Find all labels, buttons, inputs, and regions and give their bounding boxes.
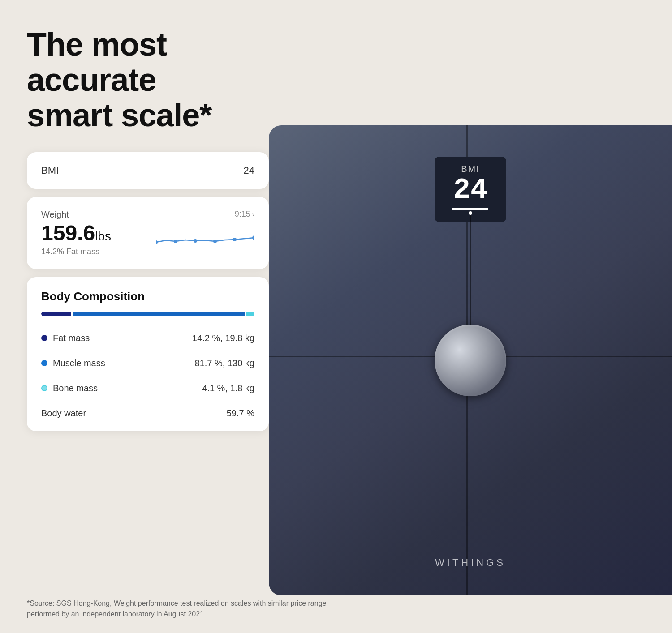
svg-point-1 [174, 240, 177, 243]
composition-progress-bar [41, 312, 254, 316]
weight-fat-mass: 14.2% Fat mass [41, 247, 111, 257]
muscle-mass-label: Muscle mass [53, 358, 105, 368]
scale-background: BMI 24 WITHINGS [269, 125, 672, 595]
svg-point-4 [233, 238, 237, 241]
muscle-mass-row: Muscle mass 81.7 %, 130 kg [41, 351, 254, 376]
muscle-mass-value: 81.7 %, 130 kg [195, 358, 254, 368]
progress-bone-segment [246, 312, 254, 316]
weight-chevron-icon: › [252, 210, 254, 218]
footnote: *Source: SGS Hong-Kong, Weight performan… [27, 598, 332, 620]
weight-time: 9:15 › [235, 210, 254, 219]
svg-point-0 [156, 240, 158, 244]
bmi-value: 24 [244, 165, 254, 176]
bone-mass-row: Bone mass 4.1 %, 1.8 kg [41, 376, 254, 401]
scale-device: BMI 24 WITHINGS [269, 125, 672, 595]
scale-bmi-label: BMI [447, 164, 494, 174]
svg-point-3 [213, 240, 217, 243]
scale-knob [435, 325, 506, 396]
sparkline-chart [156, 228, 254, 250]
scale-bmi-display: BMI 24 [435, 157, 506, 222]
fat-mass-label: Fat mass [53, 333, 90, 343]
weight-time-value: 9:15 [235, 210, 250, 219]
scale-bmi-dot [469, 211, 472, 215]
body-water-row: Body water 59.7 % [41, 401, 254, 419]
progress-fat-segment [41, 312, 71, 316]
fat-mass-left: Fat mass [41, 333, 90, 343]
scale-connector-line [470, 215, 471, 340]
weight-value: 159.6lbs [41, 222, 111, 245]
muscle-mass-left: Muscle mass [41, 358, 105, 368]
bmi-card: BMI 24 [27, 152, 269, 189]
headline-line2: smart scale* [27, 97, 211, 133]
weight-unit: lbs [95, 229, 111, 243]
fat-mass-dot [41, 335, 47, 341]
headline-text: The most accurate smart scale* [27, 27, 287, 133]
progress-muscle-segment [73, 312, 245, 316]
composition-card: Body Composition Fat mass 14.2 %, 19.8 k… [27, 277, 269, 431]
weight-left: 159.6lbs 14.2% Fat mass [41, 222, 111, 257]
composition-title: Body Composition [41, 290, 254, 304]
body-water-value: 59.7 % [227, 408, 254, 419]
cards-container: BMI 24 Weight 9:15 › 159.6lbs 14.2% Fat … [27, 152, 269, 431]
fat-mass-value: 14.2 %, 19.8 kg [192, 333, 254, 343]
weight-card: Weight 9:15 › 159.6lbs 14.2% Fat mass [27, 197, 269, 269]
bmi-label: BMI [41, 165, 59, 176]
bone-mass-label: Bone mass [53, 383, 98, 393]
svg-point-5 [252, 235, 254, 240]
weight-card-header: Weight 9:15 › [41, 210, 254, 220]
scale-bmi-number: 24 [447, 176, 494, 205]
fat-mass-row: Fat mass 14.2 %, 19.8 kg [41, 326, 254, 351]
bone-mass-left: Bone mass [41, 383, 98, 393]
bone-mass-value: 4.1 %, 1.8 kg [202, 383, 254, 393]
headline-section: The most accurate smart scale* [27, 27, 287, 133]
scale-brand: WITHINGS [435, 557, 506, 569]
body-water-label: Body water [41, 408, 86, 419]
main-container: The most accurate smart scale* BMI 24 We… [0, 0, 672, 633]
scale-bmi-underline [452, 208, 488, 210]
weight-number: 159.6 [41, 221, 95, 245]
muscle-mass-dot [41, 360, 47, 366]
svg-point-2 [194, 239, 197, 243]
bone-mass-dot [41, 385, 47, 391]
weight-card-body: 159.6lbs 14.2% Fat mass [41, 222, 254, 257]
weight-label: Weight [41, 210, 69, 220]
headline-line1: The most accurate [27, 26, 167, 98]
